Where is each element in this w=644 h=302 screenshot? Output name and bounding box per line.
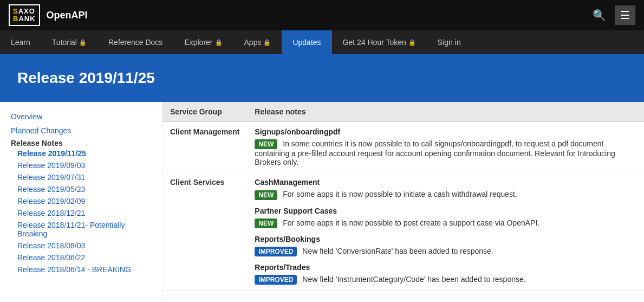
search-icon[interactable]: 🔍: [593, 9, 606, 22]
header-left: SAXO BANK OpenAPI: [9, 4, 88, 27]
col-release-notes: Release notes: [247, 102, 644, 122]
logo-top: SAXO: [13, 8, 36, 15]
logo: SAXO BANK: [9, 4, 40, 27]
badge-improved: IMPROVED: [255, 275, 297, 285]
sidebar-item-release-1[interactable]: Release 2019/09/03: [17, 159, 151, 171]
release-content: Service Group Release notes Client Manag…: [162, 102, 644, 302]
nav-item-sign-in[interactable]: Sign in: [427, 30, 472, 54]
sidebar-item-release-0[interactable]: Release 2019/11/25: [17, 147, 151, 159]
entry-title: Reports/Bookings: [255, 235, 636, 243]
entry-text: New field 'ConversionRate' has been adde…: [302, 247, 493, 255]
entry-title: Partner Support Cases: [255, 207, 636, 215]
entry-body: NEW For some apps it is now possible to …: [255, 219, 636, 228]
sidebar-item-release-2[interactable]: Release 2019/07/31: [17, 171, 151, 183]
entry-block: Partner Support Cases NEW For some apps …: [255, 207, 636, 228]
badge-improved: IMPROVED: [255, 247, 297, 256]
entry-body: NEW For some apps it is now possible to …: [255, 190, 636, 200]
release-notes-cell: Signups/onboardingpdf NEW In some countr…: [247, 122, 644, 172]
nav-item-reference-docs[interactable]: Reference Docs: [97, 30, 173, 54]
header: SAXO BANK OpenAPI 🔍 ☰: [0, 0, 644, 30]
sidebar-planned-changes: Planned Changes: [11, 125, 151, 137]
header-right: 🔍 ☰: [593, 5, 635, 25]
lock-icon: 🔒: [215, 39, 223, 46]
nav-item-tutorial[interactable]: Tutorial🔒: [41, 30, 97, 54]
nav-item-get-token[interactable]: Get 24 Hour Token🔒: [332, 30, 427, 54]
entry-title: CashManagement: [255, 178, 636, 187]
entry-body: IMPROVED New field 'ConversionRate' has …: [255, 247, 636, 256]
entry-block: Reports/Trades IMPROVED New field 'Instr…: [255, 263, 636, 285]
sidebar-item-release-6[interactable]: Release 2018/11/21- Potentially Breaking: [17, 219, 151, 240]
hamburger-icon[interactable]: ☰: [615, 5, 635, 25]
main-content: Overview Planned Changes Release Notes R…: [0, 102, 644, 302]
entry-text: For some apps it is now possible to init…: [283, 190, 517, 198]
table-row: Client Management Signups/onboardingpdf …: [162, 122, 644, 172]
hero-section: Release 2019/11/25: [0, 54, 644, 102]
sidebar-item-overview[interactable]: Overview: [11, 111, 151, 123]
nav-item-explorer[interactable]: Explorer🔒: [173, 30, 233, 54]
service-group-cell: Client Services: [162, 172, 247, 291]
table-header-row: Service Group Release notes: [162, 102, 644, 122]
entry-block: Signups/onboardingpdf NEW In some countr…: [255, 127, 636, 166]
main-nav: Learn Tutorial🔒 Reference Docs Explorer🔒…: [0, 30, 644, 54]
release-notes-cell: CashManagement NEW For some apps it is n…: [247, 172, 644, 291]
sidebar-item-release-4[interactable]: Release 2019/02/09: [17, 195, 151, 207]
sidebar-item-release-5[interactable]: Release 2018/12/21: [17, 207, 151, 219]
entry-text: New field 'InstrumentCategory/Code' has …: [302, 275, 525, 284]
page-title: Release 2019/11/25: [17, 69, 627, 87]
sidebar-item-release-8[interactable]: Release 2018/06/22: [17, 252, 151, 264]
nav-item-learn[interactable]: Learn: [0, 30, 41, 54]
entry-body: IMPROVED New field 'InstrumentCategory/C…: [255, 275, 636, 285]
entry-text: In some countries it is now possible to …: [255, 139, 615, 166]
nav-item-apps[interactable]: Apps🔒: [233, 30, 282, 54]
entry-title: Signups/onboardingpdf: [255, 127, 636, 136]
badge-new: NEW: [255, 190, 277, 200]
sidebar-item-release-9[interactable]: Release 2018/06/14 - BREAKING: [17, 264, 151, 275]
sidebar-overview: Overview: [11, 111, 151, 123]
sidebar-item-release-3[interactable]: Release 2019/05/23: [17, 183, 151, 195]
sidebar-item-release-7[interactable]: Release 2018/08/03: [17, 240, 151, 252]
sidebar-release-notes-label: Release Notes: [11, 137, 63, 149]
entry-text: For some apps it is now possible to post…: [283, 219, 539, 227]
sidebar-item-planned-changes[interactable]: Planned Changes: [11, 125, 151, 137]
release-table: Service Group Release notes Client Manag…: [162, 102, 644, 291]
badge-new: NEW: [255, 219, 277, 228]
brand-name: OpenAPI: [47, 10, 88, 21]
entry-block: Reports/Bookings IMPROVED New field 'Con…: [255, 235, 636, 256]
table-row: Client Services CashManagement NEW For s…: [162, 172, 644, 291]
col-service-group: Service Group: [162, 102, 247, 122]
sidebar-release-notes-group: Release Notes Release 2019/11/25 Release…: [11, 139, 151, 275]
entry-title: Reports/Trades: [255, 263, 636, 272]
nav-item-updates[interactable]: Updates: [282, 30, 331, 54]
service-group-cell: Client Management: [162, 122, 247, 172]
entry-block: CashManagement NEW For some apps it is n…: [255, 178, 636, 200]
lock-icon: 🔒: [408, 39, 416, 46]
entry-body: NEW In some countries it is now possible…: [255, 139, 636, 166]
sidebar: Overview Planned Changes Release Notes R…: [0, 102, 162, 302]
logo-bottom: BANK: [13, 15, 36, 23]
lock-icon: 🔒: [79, 39, 87, 46]
sidebar-releases-list: Release 2019/11/25 Release 2019/09/03 Re…: [11, 147, 151, 275]
badge-new: NEW: [255, 139, 277, 149]
lock-icon: 🔒: [263, 39, 271, 46]
